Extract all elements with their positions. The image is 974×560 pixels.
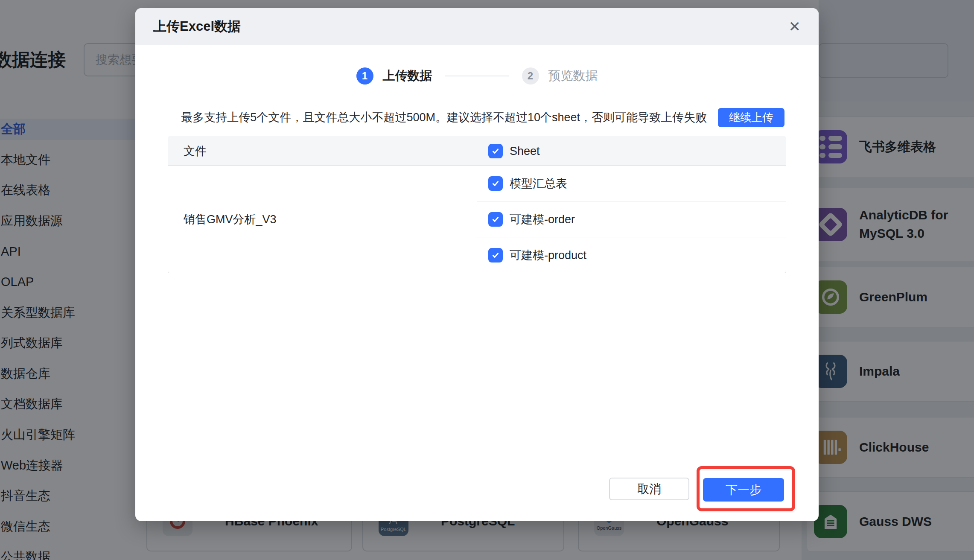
- file-name-cell: 销售GMV分析_V3: [168, 166, 477, 273]
- sheet-checkbox[interactable]: [488, 212, 503, 227]
- file-sheet-table: 文件 Sheet 销售GMV分析_V3 模型汇总表: [168, 137, 786, 273]
- upload-excel-dialog: 上传Excel数据 ✕ 1 上传数据 2 预览数据 最多支持上传5个文件，且文件…: [135, 8, 819, 521]
- sheet-row: 可建模-product: [477, 237, 786, 273]
- stepper: 1 上传数据 2 预览数据: [135, 67, 819, 85]
- close-icon[interactable]: ✕: [789, 19, 801, 34]
- sheet-name: 可建模-order: [510, 212, 575, 227]
- column-header-sheet-label: Sheet: [510, 145, 540, 158]
- upload-notice-row: 最多支持上传5个文件，且文件总大小不超过500M。建议选择不超过10个sheet…: [135, 108, 784, 127]
- cancel-button[interactable]: 取消: [609, 478, 689, 500]
- continue-upload-button[interactable]: 继续上传: [718, 108, 784, 127]
- sheet-list: 模型汇总表 可建模-order 可建模-product: [477, 166, 786, 273]
- sheet-row: 模型汇总表: [477, 166, 786, 201]
- stepper-connector: [445, 76, 509, 76]
- screen: 数据连接 搜索想要 全部 本地文件 在线表格 应用数据源 API OLAP 关系…: [0, 0, 974, 560]
- select-all-checkbox[interactable]: [488, 144, 503, 158]
- annotation-highlight-box: [697, 466, 795, 511]
- sheet-checkbox[interactable]: [488, 248, 503, 262]
- table-header-row: 文件 Sheet: [168, 137, 786, 166]
- dialog-title: 上传Excel数据: [153, 18, 241, 35]
- step-2-label: 预览数据: [548, 67, 598, 85]
- sheet-checkbox[interactable]: [488, 176, 503, 191]
- step-1-label: 上传数据: [383, 67, 432, 85]
- table-body: 销售GMV分析_V3 模型汇总表 可建模-order: [168, 166, 786, 273]
- step-2-indicator: 2: [522, 67, 539, 85]
- step-1-indicator: 1: [356, 67, 373, 85]
- sheet-name: 可建模-product: [510, 248, 586, 263]
- sheet-name: 模型汇总表: [510, 176, 567, 191]
- column-header-file: 文件: [168, 137, 477, 165]
- upload-notice-text: 最多支持上传5个文件，且文件总大小不超过500M。建议选择不超过10个sheet…: [181, 110, 707, 125]
- sheet-row: 可建模-order: [477, 201, 786, 237]
- column-header-sheet: Sheet: [477, 137, 786, 165]
- dialog-header: 上传Excel数据 ✕: [135, 8, 819, 45]
